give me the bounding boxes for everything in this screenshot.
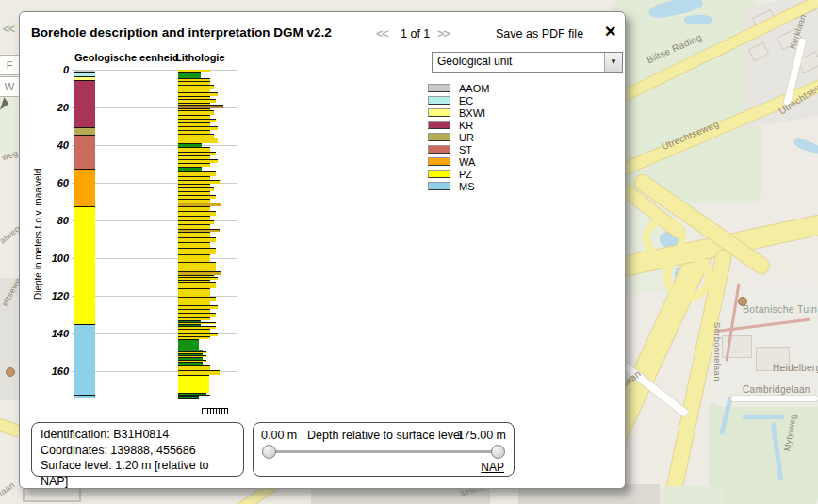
axis-tick-label: 100 [44, 252, 69, 264]
dialog-title: Borehole description and interpretation … [31, 25, 332, 40]
slider-handle-min[interactable] [262, 445, 276, 459]
panel-collapse-control[interactable]: << [3, 23, 14, 36]
road-cambridgelaan [731, 396, 818, 401]
slider-title: Depth relative to surface level [307, 429, 463, 442]
geology-layer-ST [74, 135, 95, 169]
legend-swatch [428, 121, 450, 129]
pager-next-button[interactable]: >> [437, 27, 450, 41]
legend-row: PZ [428, 168, 489, 180]
identification-text: Identification: B31H0814 [41, 427, 235, 443]
axis-tick-label: 120 [44, 290, 69, 301]
legend-row: EC [428, 94, 489, 106]
legend-label: AAOM [459, 83, 489, 94]
map-canal [743, 415, 784, 419]
pager-label: 1 of 1 [401, 27, 430, 41]
geology-layer-KR [74, 106, 95, 127]
lithology-grainsize-ruler [202, 408, 228, 414]
surface-level-text: Surface level: 1.20 m [relative to NAP] [41, 458, 235, 489]
geology-layer-UR [74, 127, 95, 135]
pager-prev-button[interactable]: << [376, 27, 388, 41]
map-button-f[interactable]: F [0, 55, 21, 75]
legend-row: BXWI [428, 106, 489, 119]
lithology-column [178, 70, 227, 399]
map-green-area [611, 0, 761, 203]
legend-swatch [428, 84, 450, 92]
geology-column-header: Geologische eenheid [74, 52, 179, 63]
legend-label: UR [459, 132, 474, 143]
lithology-band [178, 72, 201, 78]
legend-label: ST [459, 144, 472, 155]
axis-tick-label: 40 [44, 139, 69, 151]
legend-row: MS [428, 180, 489, 192]
axis-tick-label: 0 [44, 64, 69, 75]
lithology-band [178, 375, 209, 393]
geology-column [74, 70, 95, 399]
chevron-down-icon[interactable]: ▼ [604, 53, 622, 72]
geology-layer-KR [74, 80, 95, 106]
borehole-info-box: Identification: B31H0814 Coordinates: 13… [31, 422, 244, 477]
geological-unit-dropdown[interactable]: Geological unit ▼ [432, 52, 623, 73]
axis-tick-label: 80 [44, 215, 69, 226]
dropdown-value: Geological unit [433, 53, 604, 72]
geology-layer-MS [74, 395, 95, 398]
borehole-dialog: Borehole description and interpretation … [19, 11, 626, 489]
lithology-band [178, 262, 216, 271]
nap-link[interactable]: NAP [481, 461, 504, 474]
coordinates-text: Coordinates: 139888, 455686 [41, 443, 235, 459]
legend-label: WA [459, 156, 475, 168]
legend-row: WA [428, 155, 489, 168]
lithology-band [178, 396, 199, 399]
save-as-pdf-button[interactable]: Save as PDF file [496, 27, 583, 41]
depth-axis-title: Diepte in meters t.o.v. maaiveld [33, 116, 43, 351]
map-water [684, 15, 712, 24]
lithology-band [178, 254, 210, 262]
lithology-band [178, 282, 216, 288]
legend-row: UR [428, 131, 489, 143]
slider-track[interactable] [269, 450, 499, 453]
street-label: Cambridgelaan [743, 384, 810, 395]
legend-row: ST [428, 143, 489, 155]
close-icon[interactable]: ✕ [604, 23, 616, 41]
legend-label: BXWI [459, 107, 485, 119]
street-label: Sorbonnelaan [712, 322, 723, 382]
legend-swatch [428, 133, 450, 141]
map-button-w[interactable]: W [0, 76, 21, 97]
legend-row: AAOM [428, 82, 489, 94]
lithology-column-header: Lithologie [175, 52, 225, 63]
poi-label-botanische-tuin: Botanische Tuin [743, 303, 817, 315]
street-label: laan [0, 480, 16, 497]
map-canal [793, 137, 818, 155]
legend-swatch [428, 182, 450, 190]
map-marker-dot [6, 367, 15, 377]
legend-swatch [428, 170, 450, 178]
legend-label: EC [459, 95, 473, 106]
legend-swatch [428, 108, 450, 117]
legend-swatch [428, 96, 450, 105]
axis-tick-label: 20 [44, 102, 69, 113]
depth-slider-box: 0.00 m Depth relative to surface level 1… [253, 422, 515, 477]
legend: AAOMECBXWIKRURSTWAPZMS [428, 82, 489, 192]
legend-label: PZ [459, 169, 472, 180]
lithology-band [178, 339, 199, 350]
axis-tick-label: 160 [44, 366, 69, 377]
axis-tick-label: 140 [44, 328, 69, 339]
slider-max-label: 175.00 m [457, 429, 506, 442]
slider-handle-max[interactable] [491, 445, 505, 459]
legend-row: KR [428, 119, 489, 131]
street-label: Heidelberg [773, 363, 818, 373]
geology-layer-WA [74, 169, 95, 206]
cloverleaf-loop [663, 252, 712, 301]
legend-swatch [428, 145, 450, 154]
lithology-band [178, 288, 210, 297]
map-green-area [660, 486, 726, 504]
lithology-band [178, 248, 216, 254]
axis-tick-label: 60 [44, 177, 69, 188]
legend-label: KR [459, 120, 473, 131]
map-control-fragment [23, 487, 81, 502]
legend-swatch [428, 157, 450, 166]
geology-layer-PZ [74, 206, 95, 324]
slider-min-label: 0.00 m [261, 429, 297, 442]
geology-layer-MS [74, 324, 95, 395]
legend-label: MS [459, 181, 475, 192]
